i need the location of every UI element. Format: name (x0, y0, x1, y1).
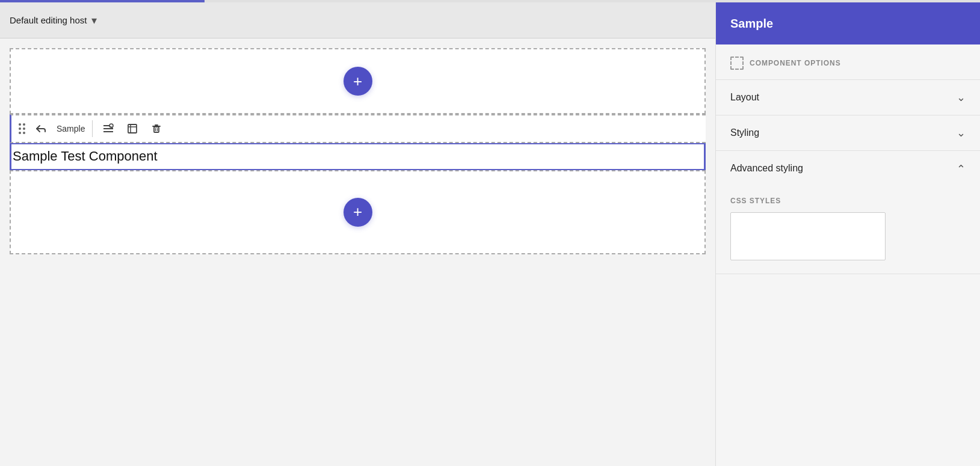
component-name-label: Sample (54, 124, 87, 133)
accordion-layout: Layout ⌄ (716, 80, 980, 115)
drag-handle[interactable] (16, 121, 28, 136)
component-text-block[interactable]: Sample Test Component (10, 143, 706, 170)
search-view-button[interactable] (97, 118, 119, 139)
css-styles-input[interactable] (730, 212, 886, 260)
accordion-styling: Styling ⌄ (716, 115, 980, 151)
panel-header: Sample (716, 2, 980, 44)
svg-rect-6 (154, 127, 159, 132)
top-progress-bar (0, 0, 980, 2)
back-button[interactable] (30, 118, 52, 139)
accordion-styling-chevron: ⌄ (957, 126, 966, 139)
toolbar-divider (92, 120, 93, 137)
editing-area: Default editing host ▾ + (0, 2, 715, 466)
accordion-advanced-styling-header[interactable]: Advanced styling ⌄ (716, 151, 980, 186)
accordion-layout-title: Layout (730, 92, 759, 103)
svg-rect-2 (103, 131, 113, 132)
svg-rect-1 (103, 128, 113, 129)
main-layout: Default editing host ▾ + (0, 2, 980, 466)
edit-button[interactable] (122, 118, 143, 139)
accordion-styling-title: Styling (730, 127, 759, 138)
delete-button[interactable] (146, 118, 167, 139)
add-component-bottom-button[interactable]: + (344, 198, 372, 227)
accordion-advanced-styling-chevron: ⌄ (957, 162, 966, 175)
component-toolbar: Sample (10, 114, 706, 143)
component-options-header: COMPONENT OPTIONS (716, 44, 980, 80)
host-selector-chevron: ▾ (91, 14, 97, 27)
css-styles-label: CSS STYLES (730, 197, 966, 205)
accordion-advanced-styling: Advanced styling ⌄ CSS STYLES (716, 151, 980, 274)
accordion-layout-chevron: ⌄ (957, 91, 966, 104)
accordion-styling-header[interactable]: Styling ⌄ (716, 115, 980, 150)
top-drop-zone[interactable]: + (10, 48, 706, 114)
css-styles-section: CSS STYLES (716, 186, 980, 274)
canvas-area: + (0, 38, 715, 466)
component-options-icon (730, 57, 744, 70)
panel-title: Sample (730, 17, 773, 31)
accordion-advanced-styling-title: Advanced styling (730, 163, 803, 174)
bottom-drop-zone[interactable]: + (10, 170, 706, 254)
host-selector-label: Default editing host (10, 15, 87, 25)
header-bar: Default editing host ▾ (0, 2, 715, 38)
svg-rect-5 (128, 124, 137, 133)
component-options-label: COMPONENT OPTIONS (750, 59, 841, 67)
host-selector[interactable]: Default editing host ▾ (10, 14, 97, 27)
component-text: Sample Test Component (13, 149, 158, 164)
accordion-layout-header[interactable]: Layout ⌄ (716, 80, 980, 115)
progress-indicator (0, 0, 205, 2)
add-component-top-button[interactable]: + (344, 67, 372, 96)
right-panel: Sample COMPONENT OPTIONS Layout ⌄ Stylin… (715, 2, 980, 466)
